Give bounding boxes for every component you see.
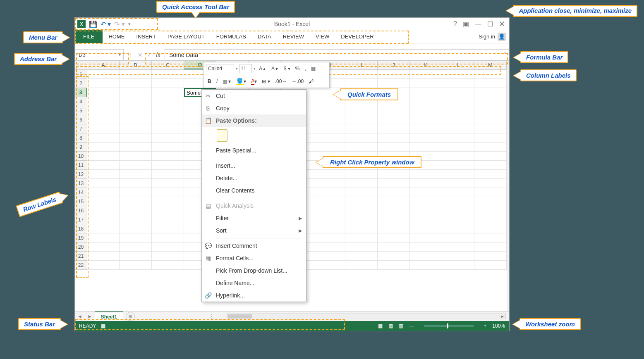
cell[interactable] xyxy=(378,133,410,143)
cell[interactable] xyxy=(442,79,474,88)
cell[interactable] xyxy=(152,152,184,161)
cell[interactable] xyxy=(120,243,152,252)
cell[interactable] xyxy=(152,70,184,79)
cell[interactable] xyxy=(474,124,507,133)
cell[interactable] xyxy=(152,252,184,261)
tab-review[interactable]: REVIEW xyxy=(277,30,310,43)
cell[interactable] xyxy=(152,261,184,270)
cell[interactable] xyxy=(87,215,120,224)
cell[interactable] xyxy=(345,206,378,215)
cell[interactable] xyxy=(442,152,474,161)
font-name-box[interactable]: Calibri xyxy=(206,64,234,73)
column-header[interactable]: B xyxy=(120,61,152,69)
format-painter-icon[interactable]: 🖌 xyxy=(307,77,315,86)
row-header[interactable]: 3 xyxy=(75,88,87,97)
tab-view[interactable]: VIEW xyxy=(310,30,335,43)
cell[interactable] xyxy=(474,161,507,170)
cell[interactable] xyxy=(120,206,152,215)
row-header[interactable]: 8 xyxy=(75,133,87,143)
context-item[interactable]: Paste Special... xyxy=(202,144,306,157)
cell[interactable] xyxy=(152,224,184,233)
select-all-corner[interactable] xyxy=(75,61,87,69)
row-header[interactable]: 17 xyxy=(75,215,87,224)
row-header[interactable]: 16 xyxy=(75,206,87,215)
cell[interactable] xyxy=(87,106,120,115)
cell[interactable] xyxy=(410,106,442,115)
cell[interactable] xyxy=(152,79,184,88)
cell[interactable] xyxy=(442,261,474,270)
cell[interactable] xyxy=(410,70,442,79)
zoom-level[interactable]: 100% xyxy=(492,323,505,329)
cell[interactable] xyxy=(442,179,474,188)
page-break-view-icon[interactable]: ▥ xyxy=(399,323,403,329)
cell[interactable] xyxy=(87,161,120,170)
cell[interactable] xyxy=(87,124,120,133)
cell[interactable] xyxy=(474,243,507,252)
cell[interactable] xyxy=(410,133,442,143)
cell[interactable] xyxy=(120,161,152,170)
cell[interactable] xyxy=(87,243,120,252)
cell[interactable] xyxy=(474,252,507,261)
minimize-icon[interactable]: — xyxy=(475,20,481,28)
enter-icon[interactable]: ✓ xyxy=(147,52,152,58)
cell[interactable] xyxy=(378,70,410,79)
cell[interactable] xyxy=(410,233,442,243)
cell[interactable] xyxy=(410,170,442,179)
cell[interactable] xyxy=(152,106,184,115)
row-header[interactable]: 22 xyxy=(75,261,87,270)
cell[interactable] xyxy=(120,170,152,179)
sheet-nav-prev-icon[interactable]: ◄ xyxy=(75,314,85,319)
cell[interactable] xyxy=(313,206,345,215)
cell[interactable] xyxy=(345,243,378,252)
cell[interactable] xyxy=(378,179,410,188)
cell[interactable] xyxy=(313,197,345,206)
tab-data[interactable]: DATA xyxy=(252,30,277,43)
font-color-icon[interactable]: A ▾ xyxy=(249,77,259,86)
cell[interactable] xyxy=(87,252,120,261)
scroll-right-icon[interactable]: ► xyxy=(500,314,505,319)
zoom-slider[interactable] xyxy=(424,325,474,327)
cell[interactable] xyxy=(152,188,184,197)
column-header[interactable]: M xyxy=(474,61,507,69)
cell[interactable] xyxy=(378,188,410,197)
cell[interactable] xyxy=(410,215,442,224)
font-size-box[interactable]: 11 xyxy=(239,64,252,73)
cell[interactable] xyxy=(152,97,184,106)
column-header[interactable]: I xyxy=(345,61,378,69)
cell[interactable] xyxy=(345,79,378,88)
percent-icon[interactable]: % xyxy=(294,64,302,73)
sign-in[interactable]: Sign in 👤 xyxy=(479,33,509,41)
maximize-icon[interactable]: ☐ xyxy=(487,20,493,28)
context-item[interactable]: ⎘Copy xyxy=(202,102,306,114)
cell[interactable] xyxy=(120,215,152,224)
column-header[interactable]: K xyxy=(410,61,442,69)
cell[interactable] xyxy=(378,79,410,88)
cell[interactable] xyxy=(378,215,410,224)
cell[interactable] xyxy=(120,143,152,152)
tab-formulas[interactable]: FORMULAS xyxy=(211,30,252,43)
row-header[interactable]: 7 xyxy=(75,124,87,133)
cell[interactable] xyxy=(313,261,345,270)
cell[interactable] xyxy=(120,88,152,97)
cell[interactable] xyxy=(120,124,152,133)
cell[interactable] xyxy=(474,170,507,179)
cell[interactable] xyxy=(378,106,410,115)
cell[interactable] xyxy=(442,97,474,106)
cell[interactable] xyxy=(120,106,152,115)
context-item[interactable]: Clear Contents xyxy=(202,184,306,197)
cell[interactable] xyxy=(442,161,474,170)
decrease-font-icon[interactable]: A▼ xyxy=(270,64,280,73)
cell[interactable] xyxy=(152,233,184,243)
cell[interactable] xyxy=(87,152,120,161)
cell[interactable] xyxy=(313,143,345,152)
cell[interactable] xyxy=(474,233,507,243)
bold-icon[interactable]: B xyxy=(206,77,213,86)
cell[interactable] xyxy=(87,143,120,152)
cell[interactable] xyxy=(410,206,442,215)
cell[interactable] xyxy=(474,188,507,197)
italic-icon[interactable]: I xyxy=(215,77,219,86)
cell[interactable] xyxy=(120,70,152,79)
cell[interactable] xyxy=(313,224,345,233)
cell[interactable] xyxy=(120,179,152,188)
column-header[interactable]: J xyxy=(378,61,410,69)
